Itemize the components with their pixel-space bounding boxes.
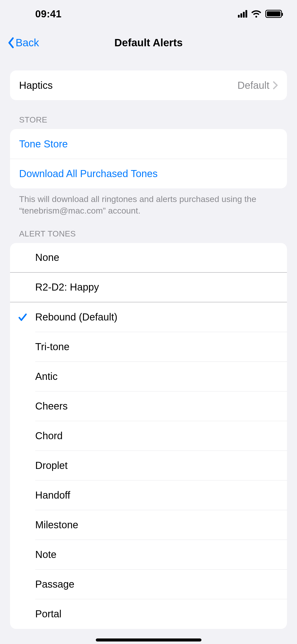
chevron-right-icon (273, 81, 278, 90)
checkmark-icon (10, 312, 35, 322)
tone-label: Milestone (35, 519, 287, 531)
page-title: Default Alerts (114, 37, 183, 49)
status-time: 09:41 (15, 8, 62, 20)
haptics-row[interactable]: Haptics Default (10, 70, 287, 100)
tone-row[interactable]: Milestone (10, 510, 287, 540)
haptics-value: Default (237, 80, 269, 91)
tone-label: Rebound (Default) (35, 311, 287, 323)
store-footer: This will download all ringtones and ale… (0, 188, 297, 217)
back-button[interactable]: Back (8, 30, 39, 55)
tone-row[interactable]: Antic (10, 362, 287, 391)
tone-row[interactable]: Chord (10, 421, 287, 451)
back-label: Back (16, 37, 39, 49)
tone-row[interactable]: Tri-tone (10, 332, 287, 362)
tone-store-row[interactable]: Tone Store (10, 129, 287, 159)
tone-label: None (35, 252, 287, 263)
wifi-icon (251, 10, 261, 18)
status-icons (238, 10, 282, 18)
chevron-left-icon (8, 37, 15, 48)
tone-label: Note (35, 549, 287, 560)
store-header: STORE (0, 115, 297, 129)
nav-bar: Back Default Alerts (0, 30, 297, 55)
tone-row[interactable]: Note (10, 540, 287, 570)
tone-row[interactable]: None (10, 243, 287, 273)
tones-header: ALERT TONES (0, 229, 297, 243)
tone-row[interactable]: Rebound (Default) (10, 302, 287, 332)
tone-label: Handoff (35, 490, 287, 501)
download-all-row[interactable]: Download All Purchased Tones (10, 159, 287, 188)
tone-row[interactable]: Portal (10, 599, 287, 629)
tone-row[interactable]: Passage (10, 570, 287, 599)
tone-store-label: Tone Store (19, 138, 278, 150)
tone-label: Chord (35, 430, 287, 441)
tone-label: Antic (35, 371, 287, 382)
home-indicator (96, 638, 201, 641)
store-group: Tone Store Download All Purchased Tones (10, 129, 287, 188)
tones-group: NoneR2-D2: HappyRebound (Default)Tri-ton… (10, 243, 287, 629)
tone-label: Cheers (35, 400, 287, 412)
tone-label: Passage (35, 579, 287, 590)
cellular-icon (238, 10, 247, 18)
tone-label: R2-D2: Happy (35, 281, 287, 293)
battery-icon (265, 10, 282, 18)
tone-row[interactable]: R2-D2: Happy (10, 273, 287, 302)
tone-row[interactable]: Cheers (10, 391, 287, 421)
tone-label: Droplet (35, 460, 287, 471)
tone-label: Tri-tone (35, 341, 287, 352)
status-bar: 09:41 (0, 0, 297, 28)
tone-row[interactable]: Droplet (10, 451, 287, 480)
haptics-label: Haptics (19, 80, 237, 91)
tone-row[interactable]: Handoff (10, 480, 287, 510)
tone-label: Portal (35, 608, 287, 620)
haptics-group: Haptics Default (10, 70, 287, 100)
download-all-label: Download All Purchased Tones (19, 168, 278, 179)
